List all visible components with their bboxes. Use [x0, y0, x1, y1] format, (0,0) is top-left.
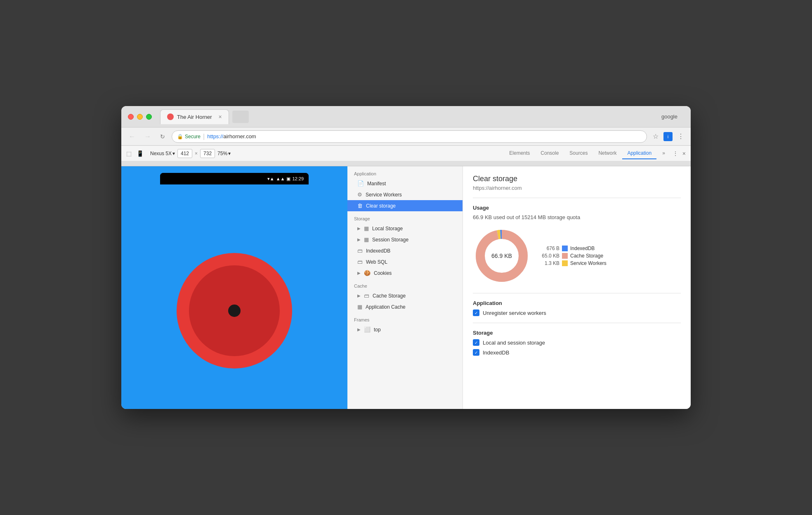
local-storage-icon: ▦ — [364, 225, 369, 232]
devtools-close[interactable]: × — [681, 149, 687, 158]
session-storage-icon: ▦ — [364, 236, 369, 243]
expand-arrow: ▶ — [357, 237, 361, 242]
new-tab-placeholder — [232, 111, 249, 123]
usage-text: 66.9 KB used out of 15214 MB storage quo… — [473, 214, 681, 220]
forward-button[interactable]: → — [142, 131, 153, 142]
address-right: ☆ i ⋮ — [651, 131, 686, 142]
legend-label: Service Workers — [570, 260, 607, 266]
zoom-selector[interactable]: 75% ▾ — [217, 151, 231, 156]
check-row-local-session: ✓ Local and session storage — [473, 339, 681, 346]
height-input[interactable] — [200, 149, 215, 158]
sidebar-item-top[interactable]: ▶ ⬜ top — [347, 324, 463, 335]
circle-inner — [228, 305, 241, 317]
inspector-icon[interactable]: ⬚ — [125, 149, 133, 158]
tab-elements[interactable]: Elements — [504, 148, 535, 159]
sidebar-item-label: Service Workers — [366, 192, 402, 198]
devtools-kebab[interactable]: ⋮ — [671, 149, 680, 158]
legend-color-cache-storage — [562, 253, 568, 259]
legend-value: 1.3 KB — [541, 260, 559, 266]
tab-title: The Air Horner — [177, 114, 212, 120]
lock-icon: 🔒 — [177, 134, 183, 139]
maximize-traffic-light[interactable] — [146, 114, 152, 120]
cache-storage-icon: 🗃 — [364, 293, 369, 299]
service-workers-icon: ⚙ — [357, 191, 362, 198]
checkbox-service-workers[interactable]: ✓ — [473, 309, 479, 316]
panel-divider-3 — [473, 323, 681, 323]
minimize-traffic-light[interactable] — [137, 114, 143, 120]
browser-tab[interactable]: The Air Horner × — [160, 109, 229, 124]
tab-more[interactable]: » — [657, 148, 670, 159]
sidebar-item-label: top — [374, 327, 381, 333]
legend-value: 65.0 KB — [541, 253, 559, 259]
phone-frame: ▾▲ ▲▲ ▣ 12:29 — [160, 173, 309, 409]
legend-color-service-workers — [562, 260, 568, 266]
browser-window: The Air Horner × google ← → ↻ 🔒 Secure |… — [121, 106, 691, 409]
check-label: Unregister service workers — [483, 310, 546, 316]
sidebar-item-label: Cookies — [374, 270, 392, 276]
tab-console[interactable]: Console — [536, 148, 564, 159]
tab-application[interactable]: Application — [622, 148, 656, 159]
panel-divider-2 — [473, 293, 681, 293]
devtools-bar: ⬚ 📱 Nexus 5X ▾ × 75% ▾ Elements Console … — [121, 146, 691, 161]
sidebar-item-label: IndexedDB — [366, 248, 390, 254]
indexeddb-icon: 🗃 — [357, 248, 363, 254]
refresh-button[interactable]: ↻ — [158, 132, 168, 142]
legend-item-indexeddb: 676 B IndexedDB — [541, 246, 607, 251]
close-traffic-light[interactable] — [128, 114, 134, 120]
tab-close-button[interactable]: × — [219, 113, 222, 120]
sidebar-item-label: Manifest — [367, 181, 386, 187]
checkbox-local-session[interactable]: ✓ — [473, 339, 479, 346]
url-bar[interactable]: 🔒 Secure | https://airhorner.com — [172, 130, 647, 143]
wifi-icon: ▾▲ — [267, 176, 274, 182]
legend-value: 676 B — [541, 246, 559, 251]
top-frame-icon: ⬜ — [364, 326, 371, 333]
address-bar: ← → ↻ 🔒 Secure | https://airhorner.com ☆… — [121, 128, 691, 146]
check-label: IndexedDB — [483, 350, 509, 356]
sidebar-item-web-sql[interactable]: 🗃 Web SQL — [347, 256, 463, 267]
sidebar-section-storage: Storage — [347, 211, 463, 223]
sidebar-item-indexeddb[interactable]: 🗃 IndexedDB — [347, 245, 463, 256]
signal-icon: ▲▲ — [276, 176, 285, 181]
responsive-icon[interactable]: 📱 — [135, 149, 145, 158]
chart-area: 66.9 KB 676 B IndexedDB 65.0 KB Cache St… — [473, 227, 681, 285]
sidebar-item-session-storage[interactable]: ▶ ▦ Session Storage — [347, 234, 463, 245]
phone-status-bar: ▾▲ ▲▲ ▣ 12:29 — [160, 173, 309, 184]
secure-label: Secure — [185, 134, 201, 139]
chart-legend: 676 B IndexedDB 65.0 KB Cache Storage 1.… — [541, 246, 607, 266]
expand-arrow: ▶ — [357, 226, 361, 231]
url-domain: airhorner.com — [223, 133, 256, 139]
sidebar-item-manifest[interactable]: 📄 Manifest — [347, 178, 463, 189]
sidebar-item-clear-storage[interactable]: 🗑 Clear storage — [347, 200, 463, 211]
extension-button[interactable]: i — [663, 132, 673, 141]
donut-chart: 66.9 KB — [473, 227, 531, 285]
tab-favicon — [167, 113, 174, 120]
usage-heading: Usage — [473, 205, 681, 211]
device-selector[interactable]: Nexus 5X ▾ — [150, 151, 175, 156]
sidebar-item-cookies[interactable]: ▶ 🍪 Cookies — [347, 267, 463, 279]
url-https: https:// — [207, 133, 223, 139]
sidebar-item-cache-storage[interactable]: ▶ 🗃 Cache Storage — [347, 290, 463, 301]
browser-menu-button[interactable]: ⋮ — [676, 131, 686, 142]
panel-url: https://airhorner.com — [473, 185, 681, 191]
sidebar-item-local-storage[interactable]: ▶ ▦ Local Storage — [347, 223, 463, 234]
application-cache-icon: ▦ — [357, 304, 362, 310]
tab-network[interactable]: Network — [593, 148, 621, 159]
checkbox-indexeddb[interactable]: ✓ — [473, 349, 479, 356]
sidebar-item-label: Local Storage — [372, 226, 403, 232]
sidebar-item-service-workers[interactable]: ⚙ Service Workers — [347, 189, 463, 200]
cookies-icon: 🍪 — [364, 270, 371, 276]
devtools-tabs: Elements Console Sources Network Applica… — [504, 148, 687, 159]
check-row-service-workers: ✓ Unregister service workers — [473, 309, 681, 316]
google-label: google — [661, 113, 684, 120]
phone-content — [160, 184, 309, 409]
legend-item-service-workers: 1.3 KB Service Workers — [541, 260, 607, 266]
sidebar-item-application-cache[interactable]: ▦ Application Cache — [347, 301, 463, 312]
battery-icon: ▣ — [286, 176, 290, 182]
bookmark-button[interactable]: ☆ — [651, 131, 660, 142]
sidebar-section-frames: Frames — [347, 312, 463, 324]
width-input[interactable] — [177, 149, 192, 158]
back-button[interactable]: ← — [126, 131, 138, 142]
tab-sources[interactable]: Sources — [564, 148, 592, 159]
horn-visual — [177, 253, 292, 369]
expand-arrow: ▶ — [357, 327, 361, 332]
